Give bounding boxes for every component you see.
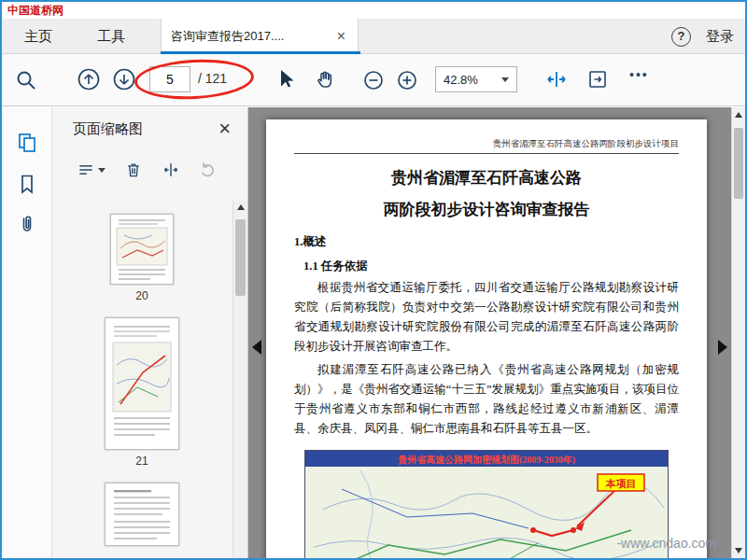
page-number-input[interactable]	[149, 66, 190, 92]
heading-1: 1.概述	[294, 234, 679, 250]
panel-close-icon[interactable]: ×	[218, 119, 231, 139]
vertical-scrollbar[interactable]	[731, 107, 745, 558]
thumbnails-panel: 页面缩略图 ×	[52, 107, 248, 558]
page-transform-icon[interactable]	[586, 68, 609, 91]
thumbnail-image	[105, 317, 179, 450]
top-strip: 中国道桥网	[2, 2, 745, 19]
zoom-level-value: 42.8%	[444, 73, 501, 87]
scroll-up-arrow-icon[interactable]	[237, 204, 245, 210]
scrollbar-down-arrow-icon[interactable]	[735, 548, 742, 553]
panel-scrollbar[interactable]	[233, 201, 247, 558]
thumbnail-label: 20	[135, 289, 148, 302]
zoom-out-icon[interactable]	[362, 69, 385, 91]
fit-width-icon[interactable]	[545, 68, 568, 91]
thumbnail-page-21[interactable]: 21	[105, 317, 179, 483]
heading-1-1: 1.1 任务依据	[303, 259, 679, 274]
scrollbar-up-arrow-icon[interactable]	[735, 112, 742, 118]
tab-document-label: 咨询审查报告2017....	[171, 28, 334, 45]
thumbnail-list: 20	[52, 201, 232, 558]
search-icon[interactable]	[15, 69, 37, 91]
pdf-reader-window: 中国道桥网 主页 工具 咨询审查报告2017.... × ? 登录 / 121	[0, 0, 747, 560]
topbar-right: ? 登录	[671, 19, 734, 54]
insert-pages-icon[interactable]	[162, 161, 180, 179]
next-page-edge-arrow[interactable]	[718, 340, 727, 355]
main-area: 页面缩略图 ×	[2, 107, 745, 558]
thumbnail-page-20[interactable]: 20	[110, 214, 174, 317]
watermark-top: 中国道桥网	[7, 3, 63, 19]
tab-tools-label: 工具	[97, 28, 125, 44]
panel-header: 页面缩略图 ×	[52, 107, 247, 150]
next-page-icon[interactable]	[112, 67, 136, 91]
tab-document[interactable]: 咨询审查报告2017.... ×	[161, 19, 359, 54]
paragraph-2: 拟建湄潭至石阡高速公路已纳入《贵州省高速公路网规划（加密规划）》，是《贵州省交通…	[294, 360, 679, 439]
panel-scrollbar-thumb[interactable]	[235, 219, 246, 296]
chevron-down-icon	[98, 168, 106, 173]
select-tool-icon[interactable]	[275, 68, 297, 91]
document-viewport[interactable]: 贵州省湄潭至石阡高速公路两阶段初步设计项目 贵州省湄潭至石阡高速公路 两阶段初步…	[248, 107, 731, 558]
page-total-label: / 121	[198, 71, 227, 86]
delete-pages-icon[interactable]	[124, 161, 143, 179]
thumbnail-image	[110, 214, 174, 285]
tab-bar: 主页 工具 咨询审查报告2017.... × ? 登录	[2, 19, 745, 54]
zoom-in-icon[interactable]	[396, 69, 418, 91]
attachments-icon[interactable]	[16, 214, 38, 236]
more-tools-icon[interactable]: •••	[629, 67, 649, 82]
login-button[interactable]: 登录	[706, 28, 734, 46]
left-rail	[2, 107, 52, 558]
toolbar: / 121 42.8% •••	[2, 54, 745, 106]
scrollbar-thumb[interactable]	[734, 128, 743, 199]
watermark-bottom: -www.cndao.com	[616, 536, 716, 551]
close-tab-icon[interactable]: ×	[334, 28, 348, 45]
tab-home-label: 主页	[24, 28, 52, 44]
panel-title: 页面缩略图	[73, 120, 218, 138]
map-callout-label: 本项目	[605, 478, 637, 489]
thumbnail-label: 21	[135, 455, 148, 468]
tab-home[interactable]: 主页	[2, 19, 75, 54]
document-title-line1: 贵州省湄潭至石阡高速公路	[294, 167, 679, 189]
page-running-header: 贵州省湄潭至石阡高速公路两阶段初步设计项目	[294, 138, 679, 154]
hand-tool-icon[interactable]	[314, 68, 336, 91]
help-icon[interactable]: ?	[671, 27, 691, 47]
bookmarks-icon[interactable]	[16, 173, 38, 195]
map-title: 贵州省高速公路网加密规划图(2009-2030年)	[397, 455, 575, 466]
pdf-page: 贵州省湄潭至石阡高速公路两阶段初步设计项目 贵州省湄潭至石阡高速公路 两阶段初步…	[266, 119, 707, 558]
tab-tools[interactable]: 工具	[75, 19, 148, 54]
chevron-down-icon	[501, 77, 509, 82]
paragraph-1: 根据贵州省交通运输厅委托，四川省交通运输厅公路规划勘察设计研究院（后简称我院）负…	[294, 278, 679, 357]
thumbnail-options-icon[interactable]	[77, 161, 106, 179]
help-glyph: ?	[678, 29, 685, 43]
thumbnail-page-22[interactable]	[105, 483, 179, 558]
previous-page-icon[interactable]	[77, 67, 101, 91]
panel-toolbar	[52, 150, 247, 189]
thumbnail-image	[105, 483, 179, 546]
zoom-level-dropdown[interactable]: 42.8%	[435, 66, 517, 92]
rotate-pages-icon[interactable]	[199, 161, 218, 179]
previous-page-edge-arrow[interactable]	[252, 340, 261, 355]
document-title-line2: 两阶段初步设计咨询审查报告	[294, 199, 679, 220]
map-figure: 贵州省高速公路网加密规划图(2009-2030年) 本项目	[304, 450, 669, 558]
page-thumbnails-icon[interactable]	[16, 132, 38, 154]
